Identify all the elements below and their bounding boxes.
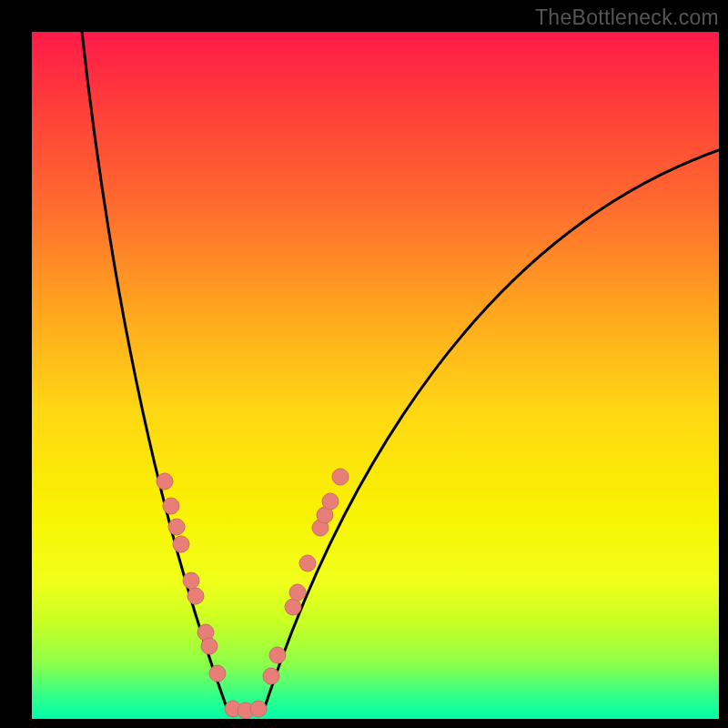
dot <box>157 473 173 490</box>
dot <box>269 647 286 663</box>
dot <box>285 599 301 615</box>
watermark-text: TheBottleneck.com <box>535 5 719 30</box>
bottleneck-curve-svg <box>32 32 719 719</box>
chart-frame: TheBottleneck.com <box>0 0 728 728</box>
dot <box>201 638 217 654</box>
bottleneck-curve <box>82 32 719 710</box>
dot <box>299 555 316 571</box>
data-dots <box>157 469 349 719</box>
dot <box>173 536 189 552</box>
dot <box>263 668 279 684</box>
dot <box>322 493 339 510</box>
dot <box>168 519 185 535</box>
dot <box>250 701 267 717</box>
dot <box>289 584 306 601</box>
dot <box>332 469 349 485</box>
dot <box>187 588 204 604</box>
dot <box>209 665 226 682</box>
plot-area <box>32 32 719 719</box>
dot <box>163 498 179 514</box>
dot <box>183 572 199 589</box>
